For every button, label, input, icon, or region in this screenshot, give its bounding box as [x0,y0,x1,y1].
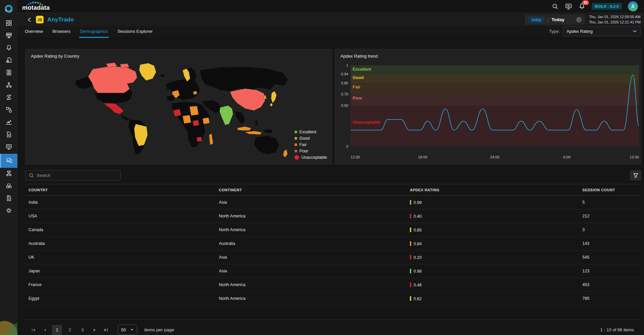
caret-down-icon [130,328,134,332]
first-page-button[interactable] [29,326,38,334]
cell-country: USA [25,209,216,223]
user-avatar[interactable] [628,1,638,11]
apdex-rating-bar [410,296,411,301]
date-range-picker[interactable]: today | Today [525,14,585,25]
band-good [351,74,639,83]
legend-dot [294,143,297,146]
cell-apdex-rating: 0.20 [407,251,580,264]
code-monitor-icon [5,143,12,152]
map-country-new-zealand [283,149,287,157]
sidebar-item-log-management[interactable] [0,55,17,67]
page-size-select[interactable]: 50 [118,325,137,335]
cell-continent: North America [216,223,407,237]
sidebar-item-integrations[interactable] [0,104,17,117]
map-country-zimbabwe [197,137,202,142]
sidebar-item-settings[interactable] [0,205,17,217]
sidebar-item-alerts[interactable] [0,42,17,55]
band-label-good: Good [353,76,364,80]
apdex-rating-value: 0.40 [414,214,422,219]
search-box [25,170,121,181]
sidebar-item-topology[interactable] [0,79,17,92]
type-select[interactable]: Apdex Rating [563,26,641,36]
legend-item-unacceptable[interactable]: Unacceptable [294,155,327,160]
notification-count-badge: 22 [582,0,589,5]
sync-gear-icon [5,94,12,102]
table-row-france[interactable]: FranceNorth America0.46453 [25,278,641,292]
map-country-japan [271,91,276,103]
app-root: motadata 22 BUILD : 8.2.0 JS AnyTrade [0,0,644,335]
cell-country: India [25,196,216,209]
country-table: COUNTRYCONTINENTAPDEX RATINGSESSION COUN… [25,184,641,306]
sidebar-item-discovery[interactable] [0,180,17,193]
build-badge: BUILD : 8.2.0 [592,3,622,10]
map-country-chad [193,120,199,126]
clear-range-icon[interactable] [576,17,582,22]
health-monitor-icon[interactable] [565,3,572,10]
search-icon[interactable] [551,3,559,10]
page-numbers: 123 [52,325,88,335]
notifications-bell-icon[interactable]: 22 [578,3,586,10]
apdex-rating-bar [410,200,411,205]
cell-apdex-rating: 0.46 [407,278,580,292]
range-value: Today [551,17,565,22]
sidebar-item-audit[interactable] [0,193,17,205]
sidebar-item-real-user-monitoring[interactable] [0,154,17,168]
sidebar-item-analytics[interactable] [0,117,17,129]
prev-page-button[interactable] [41,326,49,334]
sidebar-item-dashboard[interactable] [0,17,17,30]
trend-chart[interactable]: ExcellentGoodFairPoorUnacceptable10.940.… [335,61,641,164]
legend-item-good[interactable]: Good [294,136,327,141]
apdex-rating-value: 0.46 [414,283,422,287]
band-poor [351,94,639,106]
cell-continent: Asia [216,264,407,278]
table-row-india[interactable]: IndiaAsia0.995 [25,196,641,209]
legend-item-excellent[interactable]: Excellent [294,130,327,134]
sidebar-item-automation[interactable] [0,92,17,104]
map-country-mexico [104,103,123,114]
next-page-button[interactable] [90,326,99,334]
table-row-egypt[interactable]: EgyptNorth America0.82785 [25,292,641,306]
band-fair [351,83,639,94]
range-preset-chip[interactable]: today [528,16,544,23]
apdex-rating-value: 0.20 [414,255,422,260]
filter-button[interactable] [630,170,641,181]
table-row-uk[interactable]: UKAsia0.20545 [25,251,641,264]
type-filter: Type: Apdex Rating [549,26,641,38]
sidebar-nav [0,17,17,217]
sidebar [0,0,17,335]
legend-dot [294,131,297,133]
range-separator: | [547,17,548,22]
sidebar-item-documents[interactable] [0,129,17,141]
back-button[interactable] [27,17,32,22]
last-page-button[interactable] [102,326,110,334]
map-country-australia [254,136,279,155]
search-icon [29,173,34,178]
table-row-japan[interactable]: JapanAsia0.98123 [25,264,641,278]
cell-session-count: 212 [580,209,641,223]
cell-apdex-rating: 0.85 [407,223,580,237]
tab-demographics[interactable]: Demographics [79,26,109,38]
world-map[interactable] [25,61,332,160]
table-row-canada[interactable]: CanadaNorth America0.853 [25,223,641,237]
tab-browsers[interactable]: Browsers [52,26,71,38]
sidebar-item-synthetic-monitoring[interactable] [0,141,17,154]
doc-check-icon [5,195,12,203]
legend-item-poor[interactable]: Poor [294,149,327,153]
sidebar-item-network[interactable] [0,168,17,180]
tab-overview[interactable]: Overview [24,26,44,38]
cell-apdex-rating: 0.84 [407,237,580,251]
table-row-australia[interactable]: AustraliaAustralia0.84143 [25,237,641,251]
sidebar-item-reports[interactable] [0,67,17,79]
legend-label: Unacceptable [302,155,327,160]
cell-session-count: 785 [580,292,641,306]
page-number-2[interactable]: 2 [65,325,75,335]
legend-item-fair[interactable]: Fair [294,142,327,147]
page-number-1[interactable]: 1 [52,325,62,335]
sidebar-item-infrastructure[interactable] [0,30,17,42]
table-row-usa[interactable]: USANorth America0.40212 [25,209,641,223]
search-input[interactable] [37,173,110,178]
tab-sessions-explorer[interactable]: Sessions Explorer [117,26,153,38]
x-tick-3: 6:00 [563,155,571,159]
binoculars-icon [5,182,12,191]
page-number-3[interactable]: 3 [77,325,88,335]
